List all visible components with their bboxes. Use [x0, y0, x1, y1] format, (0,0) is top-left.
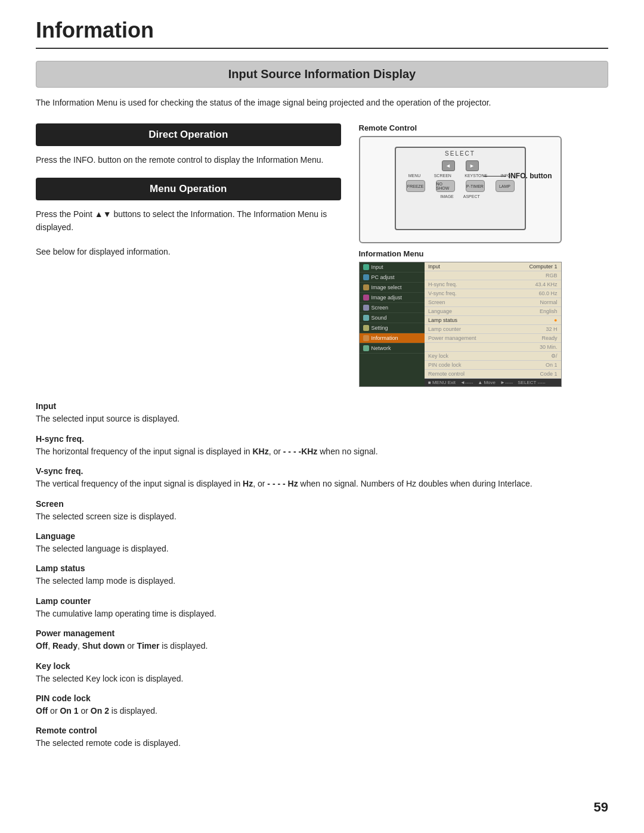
remote-freeze-btn: FREEZE — [406, 180, 425, 192]
menu-item-imageadjust: Image adjust — [360, 293, 425, 303]
detail-pin-code-title: PIN code lock — [36, 693, 608, 703]
remote-bottom-row: FREEZE NO SHOW P-TIMER LAMP — [396, 180, 525, 192]
remote-select-label: SELECT — [396, 150, 525, 157]
menu-label-screen: Screen — [371, 305, 389, 311]
menu-item-setting: Setting — [360, 323, 425, 333]
detail-lamp-counter-text: The cumulative lamp operating time is di… — [36, 607, 608, 620]
menu-row-lampstatus-label: Lamp status — [428, 317, 457, 323]
menu-icon-sound — [363, 315, 369, 321]
detail-pin-code: PIN code lock Off or On 1 or On 2 is dis… — [36, 693, 608, 717]
menu-icon-pcadjust — [363, 274, 369, 280]
section-header: Input Source Information Display — [36, 61, 608, 88]
menu-icon-imageadjust — [363, 295, 369, 301]
detail-power-mgmt: Power management Off, Ready, Shut down o… — [36, 628, 608, 652]
detail-lamp-counter-title: Lamp counter — [36, 596, 608, 606]
information-menu-image: Input PC adjust Image select — [359, 262, 562, 387]
menu-row-powermgmt: Power management Ready — [425, 334, 561, 343]
detail-hsync: H-sync freq. The horizontal frequency of… — [36, 434, 608, 458]
menu-right-label: ►----- — [500, 380, 513, 385]
remote-screen-label: SCREEN — [434, 174, 451, 178]
remote-noshow-btn: NO SHOW — [436, 180, 455, 192]
detail-lamp-status-title: Lamp status — [36, 563, 608, 573]
menu-row-input-label: Input — [428, 264, 440, 270]
menu-icon-imageselect — [363, 284, 369, 290]
detail-screen-title: Screen — [36, 499, 608, 509]
menu-item-network: Network — [360, 343, 425, 354]
menu-label-input: Input — [371, 264, 383, 270]
remote-nav-row: ◄ ► — [396, 160, 525, 171]
menu-item-imageselect: Image select — [360, 283, 425, 293]
remote-nav-right: ► — [466, 160, 479, 171]
remote-nav-left: ◄ — [442, 160, 455, 171]
menu-icon-screen — [363, 305, 369, 311]
detail-power-mgmt-title: Power management — [36, 628, 608, 638]
detail-remote-control-text: The selected remote code is displayed. — [36, 736, 608, 750]
menu-row-screen-value: Normal — [540, 299, 557, 305]
menu-item-sound: Sound — [360, 313, 425, 323]
menu-row-pincode-value: On 1 — [546, 362, 558, 368]
menu-icon-input — [363, 264, 369, 270]
detail-lamp-status: Lamp status The selected lamp mode is di… — [36, 563, 608, 587]
menu-row-lampcounter: Lamp counter 32 H — [425, 325, 561, 334]
detail-key-lock-title: Key lock — [36, 661, 608, 671]
menu-row-language-label: Language — [428, 308, 452, 314]
detail-language-text: The selected language is displayed. — [36, 542, 608, 555]
menu-icon-setting — [363, 325, 369, 331]
menu-exit-label: ■ MENU Exit — [428, 380, 456, 385]
menu-label-network: Network — [371, 345, 391, 351]
menu-row-pincode-label: PIN code lock — [428, 362, 462, 368]
menu-operation-bar: Menu Operation — [36, 178, 341, 200]
detail-hsync-text: The horizontal frequency of the input si… — [36, 445, 608, 458]
menu-row-vsync-value: 60.0 Hz — [538, 290, 557, 296]
details-section: Input The selected input source is displ… — [36, 401, 608, 750]
menu-row-input-value: Computer 1 — [529, 264, 557, 270]
menu-label-imageadjust: Image adjust — [371, 295, 402, 301]
detail-vsync: V-sync freq. The vertical frequency of t… — [36, 466, 608, 490]
detail-lamp-status-text: The selected lamp mode is displayed. — [36, 574, 608, 587]
menu-row-screen: Screen Normal — [425, 298, 561, 307]
menu-row-pincode: PIN code lock On 1 — [425, 361, 561, 370]
menu-item-screen: Screen — [360, 303, 425, 313]
menu-label-setting: Setting — [371, 325, 388, 331]
page-title: Information — [36, 18, 608, 49]
menu-row-lampstatus: Lamp status ● — [425, 316, 561, 325]
detail-key-lock-text: The selected Key lock icon is displayed. — [36, 672, 608, 685]
menu-item-information: Information — [360, 333, 425, 343]
remote-aspect-label: ASPECT — [463, 194, 480, 199]
info-button-annotation: INFO. button — [484, 172, 552, 180]
menu-row-powermgmt-label: Power management — [428, 335, 476, 341]
detail-lamp-counter: Lamp counter The cumulative lamp operati… — [36, 596, 608, 620]
menu-row-screen-label: Screen — [428, 299, 445, 305]
menu-sidebar: Input PC adjust Image select — [360, 262, 425, 386]
intro-text: The Information Menu is used for checkin… — [36, 96, 608, 109]
menu-item-pcadjust: PC adjust — [360, 272, 425, 283]
detail-vsync-title: V-sync freq. — [36, 466, 608, 476]
menu-label-pcadjust: PC adjust — [371, 274, 395, 280]
direct-operation-text: Press the INFO. button on the remote con… — [36, 153, 341, 166]
menu-row-keylock-label: Key lock — [428, 353, 448, 359]
detail-remote-control: Remote control The selected remote code … — [36, 726, 608, 750]
remote-control-label: Remote Control — [359, 123, 417, 132]
right-column: Remote Control SELECT ◄ ► MENU — [359, 123, 609, 387]
menu-row-vsync-label: V-sync freq. — [428, 290, 457, 296]
menu-row-hsync: H-sync freq. 43.4 KHz — [425, 280, 561, 289]
page-number: 59 — [594, 800, 608, 815]
menu-row-keylock: Key lock ⚙/ — [425, 352, 561, 361]
menu-content: Input Computer 1 RGB H-sync freq. 43.4 K… — [425, 262, 561, 386]
menu-bottom-bar: ■ MENU Exit ◄----- ▲ Move ►----- SELECT … — [425, 379, 561, 386]
menu-row-language-value: English — [540, 308, 558, 314]
menu-row-lampcounter-value: 32 H — [546, 326, 557, 332]
menu-row-min-value: 30 Min. — [540, 344, 558, 350]
left-column: Direct Operation Press the INFO. button … — [36, 123, 341, 387]
info-button-label: INFO. button — [509, 172, 552, 180]
detail-hsync-title: H-sync freq. — [36, 434, 608, 444]
menu-row-keylock-value: ⚙/ — [551, 353, 558, 359]
menu-select-label: SELECT ----- — [518, 380, 546, 385]
detail-screen-text: The selected screen size is displayed. — [36, 510, 608, 523]
detail-language: Language The selected language is displa… — [36, 531, 608, 555]
menu-row-hsync-label: H-sync freq. — [428, 281, 457, 287]
menu-label-imageselect: Image select — [371, 284, 402, 290]
remote-ptimer-btn: P-TIMER — [466, 180, 485, 192]
menu-move-label: ▲ Move — [478, 380, 496, 385]
menu-table: Input PC adjust Image select — [360, 262, 561, 386]
